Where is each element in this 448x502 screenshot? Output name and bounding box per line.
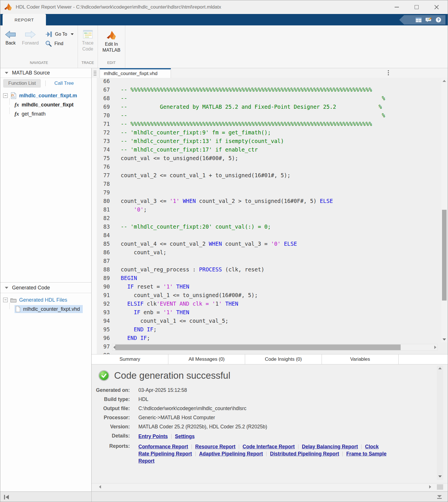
- line-number: 92: [92, 299, 110, 308]
- link-divider: [342, 451, 343, 456]
- summary-vertical-scrollbar[interactable]: [437, 366, 443, 480]
- tab-vhd-file[interactable]: mlhdlc_counter_fixpt.vhd: [100, 68, 171, 78]
- tab-function-list[interactable]: Function List: [3, 79, 41, 88]
- trace-code-button[interactable]: TraceCode: [79, 29, 96, 53]
- code-line: 94 count_val_1 <= count_val_5;: [92, 316, 448, 325]
- link-delay-balancing-report[interactable]: Delay Balancing Report: [302, 444, 358, 449]
- tab-summary[interactable]: Summary: [92, 354, 168, 364]
- line-number: 83: [92, 222, 110, 231]
- tab-variables[interactable]: Variables: [322, 354, 399, 364]
- code-vertical-scrollbar[interactable]: [441, 78, 447, 342]
- line-content: -- Generated by MATLAB 25.2 and Fixed-Po…: [110, 102, 382, 111]
- scroll-right-icon[interactable]: [434, 346, 436, 349]
- line-number: 70: [92, 111, 110, 120]
- matlab-icon: [106, 30, 117, 40]
- tab-report[interactable]: REPORT: [3, 14, 46, 25]
- code-line: 82: [92, 214, 448, 222]
- matlab-file-icon: fx: [10, 92, 17, 99]
- line-content: count_val_1 <= to_unsigned(16#00#, 5);: [110, 291, 258, 299]
- link-settings[interactable]: Settings: [175, 434, 195, 439]
- link-divider: [191, 444, 192, 449]
- code-line: 80count_val_3 <= '1' WHEN count_val_2 > …: [92, 197, 448, 205]
- panel-spacer: [92, 491, 448, 491]
- close-button[interactable]: [433, 3, 440, 11]
- function-icon: fx: [15, 111, 19, 117]
- group-label-edit: EDIT: [98, 61, 125, 68]
- scroll-up-icon[interactable]: [438, 367, 442, 369]
- code-horizontal-scrollbar[interactable]: [112, 344, 437, 351]
- link-resource-report[interactable]: Resource Report: [195, 444, 235, 449]
- tab-call-tree[interactable]: Call Tree: [50, 80, 78, 86]
- code-editor[interactable]: 6667-- %%%%%%%%%%%%%%%%%%%%%%%%%%%%%%%%%…: [92, 78, 448, 354]
- line-number: 79: [92, 188, 110, 197]
- folder-icon: [10, 297, 17, 303]
- link-distributed-pipelining-report[interactable]: Distributed Pipelining Report: [270, 451, 339, 457]
- line-content: -- %: [110, 94, 385, 102]
- line-content: [110, 180, 121, 188]
- link-adaptive-pipelining-report[interactable]: Adaptive Pipelining Report: [199, 451, 263, 457]
- goto-button[interactable]: Go To: [45, 31, 74, 37]
- find-icon: [45, 40, 52, 47]
- line-content: [110, 78, 121, 85]
- matlab-source-header[interactable]: MATLAB Source: [0, 68, 91, 78]
- summary-horizontal-scrollbar[interactable]: [92, 483, 448, 491]
- link-conformance-report[interactable]: Conformance Report: [138, 444, 188, 449]
- summary-row-version: Version: MATLAB Coder 25.2 (R2025b), HDL…: [96, 424, 448, 430]
- line-content: -- 'mlhdlc_counter_fixpt:17' if enable_c…: [110, 145, 258, 154]
- more-options-icon[interactable]: [388, 70, 389, 75]
- scroll-up-icon[interactable]: [443, 80, 446, 82]
- tree-item-source-file[interactable]: − fx mlhdlc_counter_fixpt.m: [0, 91, 91, 100]
- code-line: 87: [92, 257, 448, 265]
- edit-in-matlab-button[interactable]: Edit InMATLAB: [100, 29, 123, 54]
- layout-icon[interactable]: [415, 17, 422, 23]
- tabs-filler: [399, 354, 448, 364]
- link-entry-points[interactable]: Entry Points: [138, 434, 168, 439]
- goto-dropdown-icon: [71, 33, 74, 35]
- line-number: 66: [92, 78, 110, 85]
- horizontal-scroll-thumb[interactable]: [115, 344, 401, 350]
- minimize-button[interactable]: [393, 3, 400, 11]
- tree-item-vhd-file[interactable]: mlhdlc_counter_fixpt.vhd: [0, 305, 91, 314]
- back-button[interactable]: Back: [2, 29, 19, 47]
- line-content: -- %%%%%%%%%%%%%%%%%%%%%%%%%%%%%%%%%%%%%…: [110, 120, 372, 128]
- status-bar-right: [92, 492, 448, 502]
- splitter-grip-icon[interactable]: [94, 71, 96, 76]
- scroll-down-icon[interactable]: [443, 338, 446, 340]
- code-line: 66: [92, 78, 448, 85]
- status-message: Code generation successful: [114, 370, 230, 381]
- tab-code-insights[interactable]: Code Insights (0): [245, 354, 322, 364]
- row-label: Build type:: [96, 396, 130, 402]
- minimize-icon: [395, 7, 399, 7]
- link-divider: [298, 444, 298, 449]
- scroll-left-icon[interactable]: [99, 485, 101, 489]
- tree-item-function[interactable]: fx mlhdlc_counter_fixpt: [0, 100, 91, 109]
- line-number: 69: [92, 102, 110, 111]
- line-content: END IF;: [110, 334, 150, 342]
- row-label: Generated on:: [96, 387, 130, 393]
- code-line: 78: [92, 180, 448, 188]
- collapse-expander-icon[interactable]: −: [3, 93, 8, 98]
- code-line: 95 END IF;: [92, 325, 448, 334]
- vertical-scroll-thumb[interactable]: [442, 210, 447, 301]
- tab-all-messages[interactable]: All Messages (0): [168, 354, 245, 364]
- maximize-button[interactable]: [413, 3, 420, 11]
- generated-code-header[interactable]: Generated Code: [0, 282, 91, 293]
- tree-item-function[interactable]: fx get_fimath: [0, 109, 91, 118]
- find-button[interactable]: Find: [45, 40, 74, 47]
- line-content: [110, 351, 121, 354]
- tree-item-hdl-folder[interactable]: − Generated HDL Files: [0, 295, 91, 305]
- skip-to-start-icon[interactable]: [3, 494, 10, 500]
- generated-code-tree: − Generated HDL Files mlhdlc_counter_fix…: [0, 293, 91, 314]
- help-icon[interactable]: ?: [435, 17, 441, 23]
- skip-to-bottom-icon[interactable]: [436, 495, 443, 500]
- result-tabs: Summary All Messages (0) Code Insights (…: [92, 354, 448, 364]
- scroll-left-icon[interactable]: [113, 346, 115, 349]
- forward-button[interactable]: Forward: [19, 29, 42, 47]
- feedback-icon[interactable]: [425, 17, 432, 23]
- scroll-right-icon[interactable]: [429, 485, 431, 489]
- collapse-expander-icon[interactable]: −: [3, 298, 8, 302]
- scroll-down-icon[interactable]: [438, 475, 442, 477]
- link-code-interface-report[interactable]: Code Interface Report: [243, 444, 295, 449]
- line-content: count_val <= to_unsigned(16#00#, 5);: [110, 154, 238, 162]
- link-divider: [266, 451, 267, 456]
